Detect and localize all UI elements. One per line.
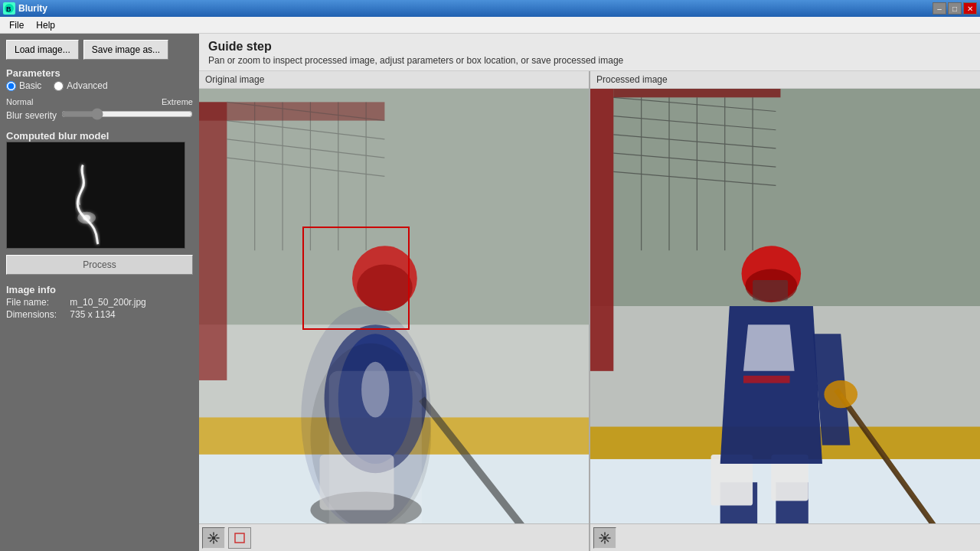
- menu-file[interactable]: File: [3, 18, 30, 32]
- parameters-title: Parameters: [6, 67, 193, 79]
- svg-rect-36: [613, 89, 780, 97]
- original-image-label: Original image: [199, 71, 589, 89]
- dimensions-value: 735 x 1134: [70, 309, 115, 320]
- svg-rect-7: [199, 102, 227, 380]
- processed-image-label: Processed image: [590, 71, 980, 89]
- original-image-view[interactable]: [199, 89, 589, 523]
- processed-image-panel: Processed image: [589, 71, 980, 551]
- slider-extreme-label: Extreme: [162, 97, 193, 106]
- dimensions-row: Dimensions: 735 x 1134: [6, 309, 193, 320]
- guide-step-description: Pan or zoom to inspect processed image, …: [208, 55, 971, 66]
- processed-pan-tool-button[interactable]: [593, 527, 616, 549]
- parameters-section: Parameters Basic Advanced: [6, 64, 193, 91]
- maximize-button[interactable]: □: [948, 2, 962, 15]
- image-info-title: Image info: [6, 284, 193, 295]
- guide-header: Guide step Pan or zoom to inspect proces…: [199, 34, 980, 71]
- action-buttons: Load image... Save image as...: [6, 40, 193, 60]
- svg-rect-55: [743, 376, 790, 383]
- slider-row: Blur severity: [6, 108, 193, 122]
- images-row: Original image: [199, 71, 980, 551]
- slider-normal-label: Normal: [6, 97, 33, 106]
- svg-point-63: [603, 536, 607, 540]
- original-toolbar: [199, 523, 589, 551]
- svg-marker-54: [743, 324, 795, 371]
- menu-help[interactable]: Help: [30, 18, 61, 32]
- svg-point-62: [824, 380, 858, 408]
- sidebar: Load image... Save image as... Parameter…: [0, 34, 199, 551]
- slider-labels: Normal Extreme: [6, 97, 193, 106]
- advanced-radio-label[interactable]: Advanced: [54, 80, 107, 91]
- svg-text:B: B: [6, 5, 11, 13]
- menu-bar: File Help: [0, 17, 980, 34]
- file-name-label: File name:: [6, 297, 67, 308]
- svg-rect-35: [590, 89, 613, 371]
- window-controls: – □ ✕: [933, 2, 977, 15]
- computed-blur-section: Computed blur model: [6, 127, 193, 249]
- advanced-radio[interactable]: [54, 81, 64, 91]
- image-info-section: Image info File name: m_10_50_200r.jpg D…: [6, 284, 193, 320]
- original-image-svg: [199, 89, 589, 523]
- guide-step-title: Guide step: [208, 40, 971, 54]
- blur-severity-slider[interactable]: [61, 108, 193, 120]
- processed-image-view[interactable]: [590, 89, 980, 523]
- close-button[interactable]: ✕: [963, 2, 977, 15]
- computed-blur-title: Computed blur model: [6, 130, 193, 142]
- file-name-value: m_10_50_200r.jpg: [70, 297, 145, 308]
- dimensions-label: Dimensions:: [6, 309, 67, 320]
- basic-radio-label[interactable]: Basic: [6, 80, 41, 91]
- blur-model-preview: [6, 142, 185, 249]
- load-image-button[interactable]: Load image...: [6, 40, 79, 60]
- process-button[interactable]: Process: [6, 255, 193, 275]
- original-image-panel: Original image: [199, 71, 589, 551]
- svg-point-25: [357, 264, 413, 311]
- svg-rect-32: [235, 533, 244, 543]
- select-tool-button[interactable]: [228, 527, 251, 549]
- svg-rect-30: [329, 371, 422, 523]
- app-icon: B: [3, 2, 15, 15]
- blur-severity-label: Blur severity: [6, 110, 57, 121]
- title-bar-text: Blurity: [18, 3, 933, 14]
- processed-image-svg: [590, 89, 980, 523]
- svg-rect-58: [753, 280, 788, 301]
- processed-toolbar: [590, 523, 980, 551]
- save-image-button[interactable]: Save image as...: [83, 40, 168, 60]
- params-radio-row: Basic Advanced: [6, 80, 193, 91]
- main-content: Guide step Pan or zoom to inspect proces…: [199, 34, 980, 551]
- minimize-button[interactable]: –: [933, 2, 946, 15]
- pan-tool-button[interactable]: [202, 527, 225, 549]
- file-name-row: File name: m_10_50_200r.jpg: [6, 297, 193, 308]
- svg-point-31: [212, 536, 216, 540]
- svg-point-4: [83, 215, 90, 221]
- blur-severity-section: Normal Extreme Blur severity: [6, 97, 193, 122]
- slider-wrap: [61, 108, 193, 122]
- app-body: Load image... Save image as... Parameter…: [0, 34, 980, 551]
- blur-model-svg: [7, 142, 185, 248]
- svg-rect-8: [199, 102, 384, 120]
- title-bar: B Blurity – □ ✕: [0, 0, 980, 17]
- basic-radio[interactable]: [6, 81, 16, 91]
